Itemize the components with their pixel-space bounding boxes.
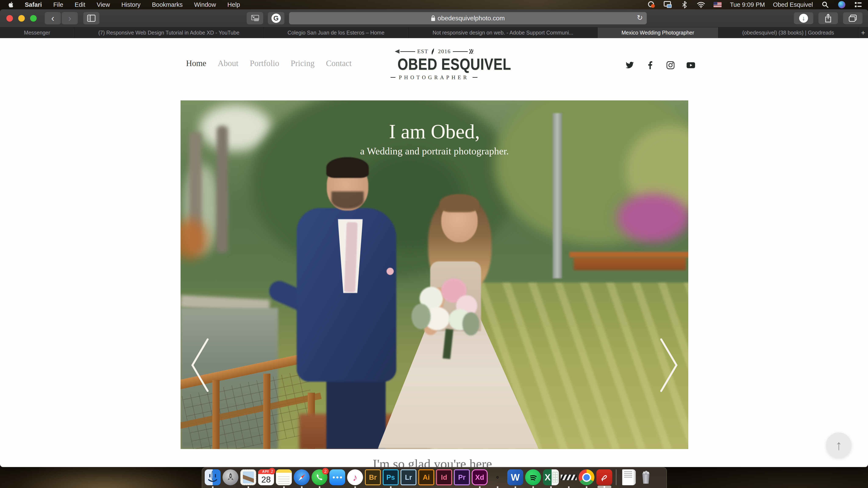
downloads-button[interactable]: ↓	[794, 12, 813, 24]
dock-item-bridge[interactable]: Br	[365, 469, 381, 488]
grammarly-extension-button[interactable]: G	[268, 12, 284, 24]
dock-item-safari[interactable]	[294, 469, 310, 488]
dock-item-trash[interactable]	[638, 469, 654, 488]
intro-heading: I'm so glad you're here,	[0, 456, 868, 467]
finder-face	[205, 469, 221, 485]
system-preferences-glyph: ⚙	[496, 475, 499, 479]
spotlight-search-icon[interactable]	[821, 0, 830, 9]
zoom-window-button[interactable]	[30, 15, 37, 22]
dock-item-music[interactable]: ♪	[347, 469, 363, 488]
groom-boutonniere	[386, 268, 394, 275]
dock-item-acrobat[interactable]	[596, 469, 612, 488]
tab-2[interactable]: Colegio San Juan de los Esteros – Home	[264, 27, 409, 38]
chrome-icon	[579, 469, 594, 485]
input-source-us-flag-icon[interactable]	[713, 0, 722, 9]
wifi-icon[interactable]	[697, 0, 705, 9]
screen-mirroring-icon[interactable]	[664, 0, 672, 9]
nav-link-pricing[interactable]: Pricing	[290, 59, 314, 68]
minimize-window-button[interactable]	[18, 15, 25, 22]
menu-bar-status: Tue 9:09 PM Obed Esquivel	[647, 0, 868, 9]
tab-1[interactable]: (7) Responsive Web Design Tutorial in Ad…	[74, 27, 264, 38]
dock-item-notes[interactable]	[276, 469, 292, 488]
spotify-running-indicator	[532, 486, 534, 488]
carousel-next-arrow[interactable]	[659, 337, 680, 393]
screenshot-extension-button[interactable]	[247, 12, 263, 24]
forward-button[interactable]: ›	[62, 12, 78, 24]
dock-item-illustrator[interactable]: Ai	[418, 469, 434, 488]
bluetooth-icon[interactable]	[680, 0, 689, 9]
premiere-icon: Pr	[454, 469, 470, 485]
menu-item-file[interactable]: File	[48, 0, 69, 9]
menu-item-history[interactable]: History	[116, 0, 146, 9]
lightroom-icon: Lr	[401, 469, 416, 485]
nav-link-portfolio[interactable]: Portfolio	[250, 59, 279, 68]
logo-established-row: EST 2016	[391, 48, 477, 55]
dock-item-finder[interactable]	[205, 469, 221, 488]
share-button[interactable]	[818, 12, 838, 24]
carousel-prev-arrow[interactable]	[189, 337, 210, 393]
apple-menu[interactable]	[0, 0, 19, 9]
tab-label: (obedesquivel) (38 books) | Goodreads	[742, 30, 834, 36]
tab-4[interactable]: Mexico Wedding Photographer	[598, 27, 718, 38]
notification-center-icon[interactable]	[854, 0, 863, 9]
final-cut-icon	[561, 469, 577, 485]
siri-icon[interactable]	[837, 0, 846, 9]
youtube-icon[interactable]	[687, 61, 695, 69]
reload-button[interactable]: ↻	[637, 13, 643, 22]
bridge-label: Br	[369, 474, 377, 482]
facebook-icon[interactable]	[646, 61, 654, 69]
dock-item-final-cut[interactable]	[561, 469, 577, 488]
whatsapp-notification-badge: 2	[322, 468, 329, 475]
tab-0[interactable]: Messenger	[0, 27, 74, 38]
spotify-icon	[525, 469, 541, 485]
dock-item-messages[interactable]	[329, 469, 345, 488]
menu-item-window[interactable]: Window	[188, 0, 222, 9]
dock-item-indesign[interactable]: Id	[436, 469, 452, 488]
dock-item-calendar[interactable]: APR282	[258, 469, 274, 488]
xd-running-indicator	[479, 486, 480, 488]
scroll-to-top-button[interactable]: ↑	[826, 432, 851, 458]
sidebar-toggle-button[interactable]	[83, 12, 99, 24]
dock-item-photoshop[interactable]: Ps	[383, 469, 399, 488]
tab-overview-button[interactable]	[843, 12, 863, 24]
nav-link-contact[interactable]: Contact	[326, 59, 351, 68]
menu-item-bookmarks[interactable]: Bookmarks	[146, 0, 188, 9]
dock-item-whatsapp[interactable]: 2	[311, 469, 328, 488]
instagram-icon[interactable]	[666, 61, 675, 69]
site-logo[interactable]: EST 2016 OBED ESQUIVEL PHOTOGRAPHER	[391, 48, 477, 80]
menu-bar-user[interactable]: Obed Esquivel	[773, 1, 813, 8]
menu-item-view[interactable]: View	[91, 0, 116, 9]
dock-item-word[interactable]: W	[507, 469, 523, 488]
dock-item-chrome[interactable]	[579, 469, 594, 488]
chrome-running-indicator	[586, 486, 587, 488]
dock-item-launchpad[interactable]	[222, 469, 239, 488]
tab-3[interactable]: Not responsive design on web. - Adobe Su…	[409, 27, 597, 38]
new-tab-button[interactable]: +	[858, 27, 868, 38]
dock-item-downloads-stack[interactable]	[620, 469, 636, 488]
nav-link-about[interactable]: About	[218, 59, 239, 68]
tabs-container: Messenger(7) Responsive Web Design Tutor…	[0, 27, 858, 38]
dock-item-spotify[interactable]	[525, 469, 541, 488]
dock-item-lightroom[interactable]: Lr	[401, 469, 416, 488]
tab-5[interactable]: (obedesquivel) (38 books) | Goodreads	[718, 27, 858, 38]
social-links	[626, 61, 695, 69]
back-button[interactable]: ‹	[45, 12, 61, 24]
menu-bar-clock[interactable]: Tue 9:09 PM	[730, 1, 765, 8]
downloads-stack-icon	[620, 469, 636, 485]
menu-item-safari[interactable]: Safari	[19, 0, 48, 9]
close-window-button[interactable]	[6, 15, 13, 22]
dock-separator	[616, 469, 616, 485]
notes-lines	[278, 476, 289, 484]
dock-item-premiere[interactable]: Pr	[454, 469, 470, 488]
menu-item-edit[interactable]: Edit	[69, 0, 91, 9]
menu-item-help[interactable]: Help	[222, 0, 246, 9]
dock-item-mail[interactable]	[240, 469, 256, 488]
dock-item-excel[interactable]: X	[543, 469, 559, 488]
recording-icon[interactable]	[647, 0, 656, 9]
whatsapp-running-indicator	[319, 486, 320, 488]
nav-link-home[interactable]: Home	[186, 59, 206, 68]
dock-item-system-preferences[interactable]: ⚙	[490, 469, 505, 488]
dock-item-xd[interactable]: Xd	[472, 469, 488, 488]
address-bar[interactable]: obedesquivelphoto.com ↻	[289, 12, 647, 24]
twitter-icon[interactable]	[626, 61, 634, 69]
